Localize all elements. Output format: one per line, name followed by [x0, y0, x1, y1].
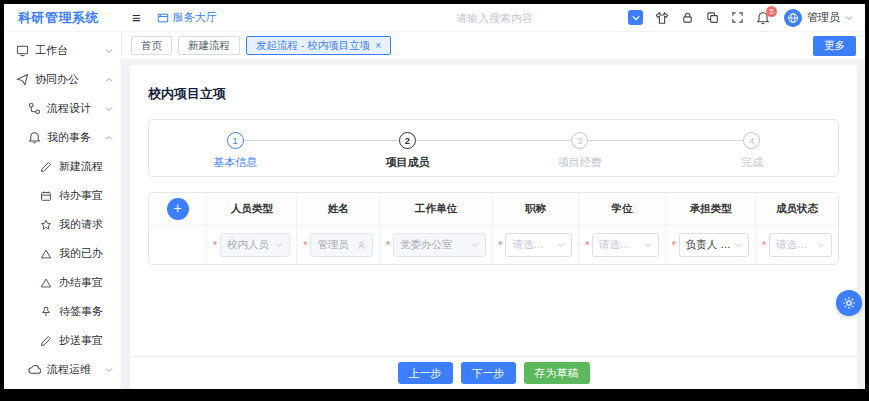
required-mark: *	[213, 240, 217, 251]
chevron-up-icon	[105, 135, 113, 141]
app-window: 科研管理系统 ≡ 服务大厅	[4, 4, 865, 389]
search-input[interactable]	[456, 12, 598, 24]
undertake-type-select[interactable]: 负责人 (Pe...	[679, 233, 749, 257]
tabs-layers-icon[interactable]	[706, 11, 719, 24]
main-area: 首页 新建流程 发起流程 - 校内项目立项 × 更多 校内项目立项	[122, 32, 865, 389]
members-table-header: + 人员类型 姓名 工作单位 职称 学位 承担类型 成员状态	[149, 193, 838, 226]
tab-home[interactable]: 首页	[131, 36, 172, 55]
nav-service-hall[interactable]: 服务大厅	[157, 10, 217, 25]
step-label: 基本信息	[213, 155, 257, 170]
chevron-down-icon	[471, 242, 479, 248]
prev-step-button[interactable]: 上一步	[398, 362, 453, 384]
bell-icon	[28, 131, 41, 144]
sidebar-item-label: 新建流程	[59, 159, 103, 174]
lock-screen-icon[interactable]	[681, 11, 694, 24]
sidebar-item-new-process[interactable]: 新建流程	[4, 152, 121, 181]
app-logo: 科研管理系统	[4, 9, 122, 27]
pin-icon	[40, 305, 53, 318]
cloud-icon	[28, 363, 41, 376]
title-select[interactable]: 请选择 职称	[505, 233, 572, 257]
sidebar-item-label: 流程设计	[47, 101, 91, 116]
sidebar-item-label: 待签事务	[59, 304, 103, 319]
person-type-select[interactable]: 校内人员	[220, 233, 290, 257]
member-status-select[interactable]: 请选择 成...	[769, 233, 832, 257]
sidebar-item-process-ops[interactable]: 流程运维	[4, 355, 121, 384]
triangle-icon	[40, 247, 53, 260]
step-label: 项目成员	[385, 155, 429, 170]
member-name-input[interactable]: 管理员	[310, 233, 373, 257]
pen-icon	[40, 160, 53, 173]
sidebar-item-process-design[interactable]: 流程设计	[4, 94, 121, 123]
sidebar-item-label: 我的事务	[47, 130, 91, 145]
step-number: 1	[227, 132, 244, 149]
user-avatar	[784, 9, 802, 27]
next-step-button[interactable]: 下一步	[461, 362, 516, 384]
page-title: 校内项目立项	[148, 85, 839, 103]
sidebar-item-label: 抄送事宜	[59, 333, 103, 348]
col-person-type: 人员类型	[207, 193, 297, 225]
sidebar-item-cc[interactable]: 抄送事宜	[4, 326, 121, 355]
required-mark: *	[303, 240, 307, 251]
fullscreen-icon[interactable]	[731, 11, 744, 24]
col-title: 职称	[493, 193, 580, 225]
col-degree: 学位	[579, 193, 666, 225]
service-hall-icon	[157, 12, 169, 24]
service-hall-label: 服务大厅	[173, 10, 217, 25]
col-member-status: 成员状态	[756, 193, 838, 225]
settings-gear-button[interactable]	[836, 290, 862, 316]
chevron-up-icon	[105, 77, 113, 83]
chevron-down-icon	[105, 48, 113, 54]
col-undertake-type: 承担类型	[666, 193, 756, 225]
close-icon[interactable]: ×	[375, 41, 381, 51]
chevron-down-icon	[817, 242, 825, 248]
steps-panel: 1 基本信息 2 项目成员 3 项目经费	[148, 119, 839, 177]
collapse-square-icon[interactable]	[628, 10, 643, 25]
sidebar-item-my-done[interactable]: 我的已办	[4, 239, 121, 268]
add-member-button[interactable]: +	[167, 198, 189, 220]
work-unit-select[interactable]: 党委办公室	[393, 233, 485, 257]
chevron-down-icon	[845, 15, 853, 21]
more-button[interactable]: 更多	[813, 36, 856, 56]
chevron-down-icon	[275, 242, 283, 248]
sidebar: 工作台 协同办公 流程设计 我的事务 新建流程	[4, 32, 122, 389]
sidebar-item-label: 工作台	[35, 43, 68, 58]
star-icon	[40, 218, 53, 231]
pen-icon	[40, 334, 53, 347]
step-number: 2	[399, 132, 416, 149]
content-area: 校内项目立项 1 基本信息 2 项目	[122, 60, 865, 389]
sidebar-item-partial[interactable]	[4, 384, 121, 389]
tab-bar: 首页 新建流程 发起流程 - 校内项目立项 × 更多	[122, 32, 865, 60]
send-icon	[16, 73, 29, 86]
notification-bell-icon[interactable]: 5	[756, 11, 770, 25]
required-mark: *	[386, 240, 390, 251]
sidebar-item-label: 我的请求	[59, 217, 103, 232]
sidebar-item-workbench[interactable]: 工作台	[4, 36, 121, 65]
sidebar-item-to-sign[interactable]: 待签事务	[4, 297, 121, 326]
hamburger-menu-icon[interactable]: ≡	[132, 10, 141, 25]
sidebar-item-collab-office[interactable]: 协同办公	[4, 65, 121, 94]
required-mark: *	[672, 240, 676, 251]
chevron-down-icon	[105, 106, 113, 112]
step-basic-info: 1 基本信息	[149, 132, 321, 170]
form-card: 校内项目立项 1 基本信息 2 项目	[130, 65, 857, 389]
chevron-down-icon	[644, 242, 652, 248]
step-number: 4	[743, 132, 760, 149]
sidebar-item-todo[interactable]: 待办事宜	[4, 181, 121, 210]
sidebar-item-completed[interactable]: 办结事宜	[4, 268, 121, 297]
user-menu[interactable]: 管理员	[784, 9, 853, 27]
required-mark: *	[499, 240, 503, 251]
sidebar-item-my-requests[interactable]: 我的请求	[4, 210, 121, 239]
tab-initiate-process-active[interactable]: 发起流程 - 校内项目立项 ×	[246, 36, 391, 55]
save-draft-button[interactable]: 存为草稿	[524, 362, 590, 384]
degree-select[interactable]: 请选择 学位	[592, 233, 659, 257]
step-finish: 4 完成	[666, 132, 838, 170]
theme-skin-icon[interactable]	[655, 11, 669, 25]
sidebar-item-label: 流程运维	[47, 362, 91, 377]
sidebar-item-my-affairs[interactable]: 我的事务	[4, 123, 121, 152]
notification-count-badge: 5	[766, 6, 777, 17]
gear-icon	[842, 296, 856, 310]
user-name: 管理员	[807, 10, 840, 25]
tab-new-process[interactable]: 新建流程	[178, 36, 240, 55]
col-name: 姓名	[297, 193, 380, 225]
step-label: 完成	[741, 155, 763, 170]
